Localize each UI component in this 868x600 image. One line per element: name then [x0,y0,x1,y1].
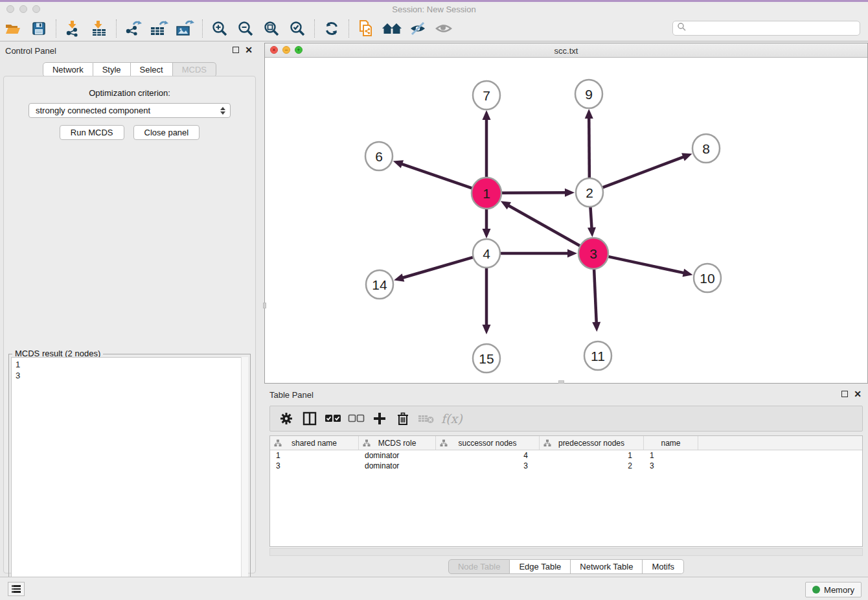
network-view-window: × − + scc.txt 7968124314101511 [264,43,868,384]
main-toolbar [0,16,868,41]
home-layout-icon[interactable] [379,18,405,39]
bottom-splitter-handle[interactable] [558,380,564,384]
delete-table-icon[interactable] [417,409,436,428]
edge-2-8[interactable] [602,156,685,187]
optimization-criterion-label: Optimization criterion: [4,88,255,98]
zoom-fit-icon[interactable] [258,18,284,39]
column-header-label: name [661,439,680,448]
tab-style[interactable]: Style [93,62,131,77]
delete-columns-icon[interactable] [393,409,413,428]
control-panel-title: Control Panel [5,46,56,56]
arrowhead-2-9 [585,109,593,119]
create-column-icon[interactable] [370,409,389,428]
edge-3-1[interactable] [507,205,580,246]
table-cell: 2 [540,461,644,471]
open-session-icon[interactable] [0,18,26,39]
mcds-result-list[interactable]: 1 3 [11,357,248,599]
network-window-titlebar[interactable]: × − + scc.txt [265,43,867,58]
table-horizontal-scrollbar[interactable] [269,548,863,556]
tab-node-table[interactable]: Node Table [448,559,510,574]
zoom-out-icon[interactable] [233,18,258,39]
zoom-in-icon[interactable] [207,18,233,39]
select-all-columns-icon[interactable] [323,409,343,428]
table-tabs: Node TableEdge TableNetwork TableMotifs [264,559,868,574]
memory-status-icon [812,586,820,594]
memory-button[interactable]: Memory [805,582,862,597]
graph-node-label-7: 7 [483,88,490,103]
table-header-row: shared nameMCDS rolesuccessor nodesprede… [270,436,862,450]
column-header-shared-name[interactable]: shared name [270,436,359,450]
edge-4-14[interactable] [402,257,474,278]
mcds-tab-content: Optimization criterion: strongly connect… [3,76,256,573]
tab-select[interactable]: Select [131,62,173,77]
save-session-icon[interactable] [26,18,52,39]
float-panel-icon[interactable] [233,47,239,53]
arrowhead-1-7 [483,110,491,120]
toolbar-separator [348,19,349,38]
column-header-MCDS-role[interactable]: MCDS role [359,436,436,450]
network-window-title: scc.txt [265,46,867,56]
edge-1-2[interactable] [501,192,567,193]
edge-2-3[interactable] [590,206,591,229]
tab-network-table[interactable]: Network Table [571,559,643,574]
table-cell: 1 [270,450,359,461]
criterion-dropdown[interactable]: strongly connected component [29,103,231,118]
import-network-icon[interactable] [60,18,86,39]
export-table-icon[interactable] [146,18,172,39]
table-row[interactable]: 1dominator411 [270,450,862,461]
copy-network-icon[interactable] [353,18,379,39]
table-cell: 3 [270,461,359,471]
graph-node-label-9: 9 [585,87,593,102]
table-toolbar: f(x) [269,406,863,432]
show-all-icon[interactable] [431,18,457,39]
graph-node-label-10: 10 [700,271,714,286]
table-panel-title: Table Panel [269,390,314,400]
arrowhead-1-4 [483,229,491,238]
tab-network[interactable]: Network [43,62,93,77]
edge-3-10[interactable] [608,257,685,273]
hide-selection-icon[interactable] [405,18,431,39]
network-canvas[interactable]: 7968124314101511 [265,58,867,383]
column-header-name[interactable]: name [644,436,698,450]
table-options-icon[interactable] [277,409,296,428]
unselect-all-columns-icon[interactable] [347,409,366,428]
tab-motifs[interactable]: Motifs [643,559,684,574]
close-panel-icon[interactable]: ✕ [245,46,253,54]
node-table[interactable]: shared nameMCDS rolesuccessor nodesprede… [269,435,863,547]
table-cell: dominator [359,450,436,461]
search-box[interactable] [672,21,860,36]
function-builder-icon[interactable]: f(x) [441,411,463,426]
status-bar: Memory [0,577,868,600]
column-header-predecessor-nodes[interactable]: predecessor nodes [540,436,644,450]
column-layout-icon[interactable] [300,409,319,428]
column-header-successor-nodes[interactable]: successor nodes [436,436,540,450]
tab-edge-table[interactable]: Edge Table [510,559,571,574]
result-scrollbar[interactable] [241,357,248,599]
graph-node-label-4: 4 [483,246,490,261]
task-history-button[interactable] [8,582,25,596]
table-cell: 3 [644,461,698,471]
tab-mcds[interactable]: MCDS [173,62,216,77]
graph-node-label-6: 6 [375,149,383,164]
zoom-selected-icon[interactable] [284,18,310,39]
export-network-icon[interactable] [120,18,146,39]
table-panel-header: Table Panel ✕ [264,386,868,404]
refresh-icon[interactable] [319,18,345,39]
float-table-panel-icon[interactable] [841,391,848,397]
edge-1-6[interactable] [400,163,472,188]
control-panel-tabs: NetworkStyleSelectMCDS [0,62,259,77]
close-table-panel-icon[interactable]: ✕ [854,390,862,398]
edge-3-11[interactable] [594,268,597,324]
search-input[interactable] [687,24,860,33]
export-image-icon[interactable] [172,18,198,39]
run-mcds-button[interactable]: Run MCDS [60,125,124,140]
edge-2-9[interactable] [589,117,589,179]
table-row[interactable]: 3dominator323 [270,461,862,471]
column-header-label: successor nodes [458,439,516,448]
column-header-label: predecessor nodes [558,439,624,448]
left-splitter-handle[interactable] [263,303,266,308]
close-panel-button[interactable]: Close panel [133,125,200,140]
import-table-icon[interactable] [86,18,112,39]
window-title: Session: New Session [0,5,868,14]
table-body: 1dominator4113dominator323 [270,450,862,471]
